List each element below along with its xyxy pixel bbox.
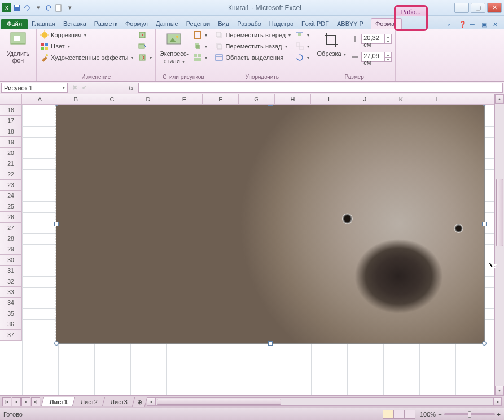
tab-review[interactable]: Рецензи	[182, 19, 214, 29]
col-header[interactable]: I	[311, 94, 347, 104]
tab-format[interactable]: Формат	[371, 18, 402, 29]
save-icon[interactable]	[12, 3, 21, 12]
sheet-nav-last-icon[interactable]: ▸|	[31, 397, 40, 406]
zoom-slider-thumb[interactable]	[468, 411, 471, 418]
tab-insert[interactable]: Вставка	[59, 19, 90, 29]
compress-pictures-icon[interactable]	[137, 30, 153, 40]
formula-input[interactable]	[138, 83, 503, 93]
minimize-ribbon-icon[interactable]: ▵	[448, 21, 455, 29]
tab-abbyy[interactable]: ABBYY P	[333, 19, 367, 29]
row-header[interactable]: 28	[0, 233, 22, 244]
scroll-up-button[interactable]: ▴	[495, 94, 504, 104]
row-header[interactable]: 32	[0, 276, 22, 287]
tab-developer[interactable]: Разрабо	[233, 19, 265, 29]
minimize-button[interactable]: ─	[454, 3, 469, 13]
row-header[interactable]: 29	[0, 244, 22, 255]
tab-data[interactable]: Данные	[152, 19, 182, 29]
height-spinner[interactable]: ▴▾	[384, 34, 391, 43]
sheet-tab-1[interactable]: Лист1	[41, 397, 77, 406]
sheet-tab-2[interactable]: Лист2	[72, 397, 107, 406]
undo-icon[interactable]	[23, 3, 32, 12]
row-header[interactable]: 25	[0, 201, 22, 212]
col-header[interactable]: G	[239, 94, 275, 104]
resize-handle[interactable]	[482, 222, 487, 226]
zoom-in-button[interactable]: +	[497, 411, 501, 418]
sheet-nav-first-icon[interactable]: |◂	[2, 397, 11, 406]
hscroll-right-button[interactable]: ▸	[493, 397, 502, 406]
row-header[interactable]: 27	[0, 223, 22, 233]
col-header[interactable]: C	[94, 94, 130, 104]
picture-layout-icon[interactable]: ▾	[192, 52, 208, 63]
col-header[interactable]: F	[203, 94, 239, 104]
inserted-picture[interactable]	[56, 105, 485, 344]
resize-handle[interactable]	[54, 222, 59, 226]
row-header[interactable]: 16	[0, 105, 22, 116]
row-header[interactable]: 26	[0, 212, 22, 223]
mdi-min-icon[interactable]: ─	[470, 21, 478, 29]
view-page-layout-icon[interactable]	[393, 410, 405, 419]
row-header[interactable]: 23	[0, 180, 22, 191]
express-styles-button[interactable]: Экспресс-стили ▾	[158, 30, 190, 64]
fx-icon[interactable]: fx	[129, 85, 134, 91]
row-header[interactable]: 19	[0, 137, 22, 148]
remove-background-button[interactable]: Удалить фон	[2, 30, 34, 64]
row-header[interactable]: 30	[0, 255, 22, 266]
align-icon[interactable]: ▾	[294, 30, 310, 40]
scroll-down-button[interactable]: ▾	[495, 386, 504, 395]
view-page-break-icon[interactable]	[404, 410, 415, 419]
corrections-button[interactable]: Коррекция▾	[39, 30, 134, 40]
vertical-scrollbar[interactable]: ▴ ▾	[494, 94, 504, 395]
width-input[interactable]: 27,09 см▴▾	[361, 52, 392, 62]
col-header[interactable]: K	[383, 94, 419, 104]
row-header[interactable]: 24	[0, 191, 22, 201]
zoom-slider[interactable]	[444, 413, 495, 415]
selection-pane-button[interactable]: Область выделения	[213, 52, 292, 63]
col-header[interactable]: L	[419, 94, 455, 104]
view-normal-icon[interactable]	[383, 410, 394, 419]
row-header[interactable]: 21	[0, 158, 22, 169]
tab-addins[interactable]: Надстро	[265, 19, 297, 29]
name-box[interactable]: Рисунок 1▾	[1, 83, 68, 93]
hscroll-left-button[interactable]: ◂	[147, 397, 155, 406]
close-button[interactable]: ✕	[487, 3, 502, 13]
worksheet-grid[interactable]: A B C D E F G H I J K L 1617181920212223…	[0, 94, 494, 395]
vscroll-thumb[interactable]	[496, 179, 503, 246]
sheet-nav-prev-icon[interactable]: ◂	[12, 397, 21, 406]
qat-customize-icon[interactable]: ▾	[65, 3, 74, 12]
resize-handle[interactable]	[54, 341, 59, 346]
row-header[interactable]: 37	[0, 330, 22, 341]
tab-home[interactable]: Главная	[28, 19, 59, 29]
zoom-level[interactable]: 100%	[420, 411, 436, 418]
new-sheet-button[interactable]: ⊕	[132, 397, 148, 407]
resize-handle[interactable]	[268, 105, 273, 106]
help-icon[interactable]: ❓	[459, 21, 467, 29]
redo-icon[interactable]	[44, 3, 53, 12]
rotate-icon[interactable]: ▾	[294, 52, 310, 63]
row-header[interactable]: 20	[0, 148, 22, 158]
row-header[interactable]: 17	[0, 116, 22, 126]
col-header[interactable]: A	[22, 94, 58, 104]
tab-formulas[interactable]: Формул	[121, 19, 152, 29]
sheet-tab-3[interactable]: Лист3	[102, 397, 137, 406]
picture-effects-icon[interactable]: ▾	[192, 41, 208, 51]
mdi-close-icon[interactable]: ✕	[493, 21, 501, 29]
change-picture-icon[interactable]	[137, 41, 153, 51]
zoom-out-button[interactable]: −	[438, 411, 441, 418]
color-button[interactable]: Цвет▾	[39, 41, 134, 51]
picture-border-icon[interactable]: ▾	[192, 30, 208, 40]
hscroll-thumb[interactable]	[157, 399, 281, 405]
width-spinner[interactable]: ▴▾	[384, 52, 391, 61]
row-header[interactable]: 22	[0, 169, 22, 180]
mdi-restore-icon[interactable]: ▣	[481, 21, 489, 29]
tab-foxit[interactable]: Foxit PDF	[297, 19, 333, 29]
resize-handle[interactable]	[482, 341, 487, 346]
height-input[interactable]: 20,32 см▴▾	[361, 34, 392, 44]
row-header[interactable]: 35	[0, 308, 22, 319]
sheet-nav-next-icon[interactable]: ▸	[21, 397, 30, 406]
artistic-effects-button[interactable]: Художественные эффекты▾	[39, 52, 134, 63]
row-header[interactable]: 36	[0, 319, 22, 330]
col-header[interactable]: H	[275, 94, 311, 104]
tab-view[interactable]: Вид	[214, 19, 233, 29]
horizontal-scrollbar[interactable]	[155, 397, 493, 406]
reset-picture-icon[interactable]: ▾	[137, 52, 153, 63]
